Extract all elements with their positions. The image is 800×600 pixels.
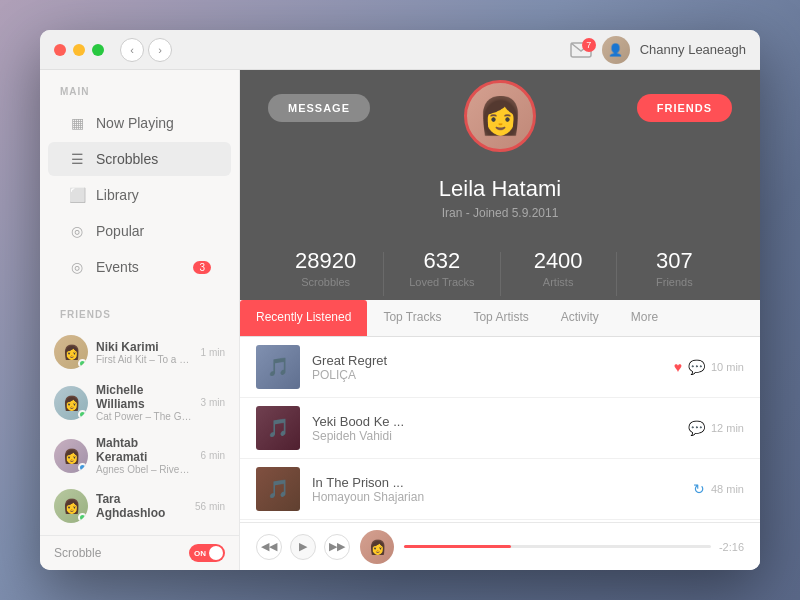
maximize-button[interactable] xyxy=(92,44,104,56)
sidebar-item-events[interactable]: ◎ Events 3 xyxy=(48,250,231,284)
back-button[interactable]: ‹ xyxy=(120,38,144,62)
friend-info: Mahtab Keramati Agnes Obel – Riverside xyxy=(96,436,193,475)
notification-badge[interactable]: 7 xyxy=(570,42,592,58)
scrobble-label: Scrobble xyxy=(54,546,101,560)
friend-time: 6 min xyxy=(201,450,225,461)
tab-top-tracks[interactable]: Top Tracks xyxy=(367,300,457,336)
track-time: 48 min xyxy=(711,483,744,495)
stat-value: 307 xyxy=(617,248,732,274)
tab-top-artists[interactable]: Top Artists xyxy=(457,300,544,336)
sidebar-item-library[interactable]: ⬜ Library xyxy=(48,178,231,212)
sidebar-item-now-playing[interactable]: ▦ Now Playing xyxy=(48,106,231,140)
track-row[interactable]: 🎵 In The Prison ... Homayoun Shajarian ↻… xyxy=(240,459,760,520)
stat-value: 2400 xyxy=(501,248,616,274)
friend-time: 3 min xyxy=(201,397,225,408)
friend-item-niki[interactable]: 👩 Niki Karimi First Aid Kit – To a Poet … xyxy=(40,328,239,376)
forward-button[interactable]: › xyxy=(148,38,172,62)
player-avatar: 👩 xyxy=(360,530,394,564)
chat-icon[interactable]: 💬 xyxy=(688,420,705,436)
track-info: Yeki Bood Ke ... Sepideh Vahidi xyxy=(312,414,676,443)
profile-name: Leila Hatami xyxy=(268,176,732,202)
status-dot xyxy=(78,463,87,472)
friend-item-tara[interactable]: 👩 Tara Aghdashloo 56 min xyxy=(40,482,239,530)
friend-item-mahtab[interactable]: 👩 Mahtab Keramati Agnes Obel – Riverside… xyxy=(40,429,239,482)
stat-friends: 307 Friends xyxy=(617,248,732,300)
stat-loved-tracks: 632 Loved Tracks xyxy=(384,248,499,300)
sidebar-item-label: Popular xyxy=(96,223,144,239)
titlebar-right: 7 👤 Channy Leaneagh xyxy=(570,36,746,64)
stat-artists: 2400 Artists xyxy=(501,248,616,300)
minimize-button[interactable] xyxy=(73,44,85,56)
profile-header: MESSAGE 👩 FRIENDS Leila Hatami Iran - Jo… xyxy=(240,70,760,300)
friends-button[interactable]: FRIENDS xyxy=(637,94,732,122)
progress-fill xyxy=(404,545,511,548)
friend-avatar-tara: 👩 xyxy=(54,489,88,523)
friend-track: Agnes Obel – Riverside xyxy=(96,464,193,475)
progress-bar[interactable] xyxy=(404,545,711,548)
player-bar: ◀◀ ▶ ▶▶ 👩 -2:16 xyxy=(240,522,760,570)
play-button[interactable]: ▶ xyxy=(290,534,316,560)
profile-top: MESSAGE 👩 FRIENDS xyxy=(268,94,732,122)
tab-activity[interactable]: Activity xyxy=(545,300,615,336)
friend-name: Michelle Williams xyxy=(96,383,193,411)
app-window: ‹ › 7 👤 Channy Leaneagh MAIN ▦ Now Playi… xyxy=(40,30,760,570)
track-actions: ♥ 💬 10 min xyxy=(674,359,744,375)
tab-more[interactable]: More xyxy=(615,300,674,336)
player-time: -2:16 xyxy=(719,541,744,553)
profile-meta: Iran - Joined 5.9.2011 xyxy=(268,206,732,220)
friends-section-label: FRIENDS xyxy=(40,293,239,328)
status-dot xyxy=(78,410,87,419)
friend-info: Tara Aghdashloo xyxy=(96,492,187,520)
status-dot xyxy=(78,359,87,368)
stat-label: Scrobbles xyxy=(268,276,383,288)
stat-value: 632 xyxy=(384,248,499,274)
events-icon: ◎ xyxy=(68,259,86,275)
prev-button[interactable]: ◀◀ xyxy=(256,534,282,560)
friend-name: Niki Karimi xyxy=(96,340,193,354)
stat-scrobbles: 28920 Scrobbles xyxy=(268,248,383,300)
friend-name: Mahtab Keramati xyxy=(96,436,193,464)
sidebar-item-popular[interactable]: ◎ Popular xyxy=(48,214,231,248)
stat-label: Loved Tracks xyxy=(384,276,499,288)
traffic-lights xyxy=(54,44,104,56)
stat-label: Friends xyxy=(617,276,732,288)
bars-icon: ▦ xyxy=(68,115,86,131)
user-name: Channy Leaneagh xyxy=(640,42,746,57)
sidebar-item-label: Scrobbles xyxy=(96,151,158,167)
track-title: Yeki Bood Ke ... xyxy=(312,414,676,429)
friend-info: Michelle Williams Cat Power – The Greate… xyxy=(96,383,193,422)
track-title: Great Regret xyxy=(312,353,662,368)
toggle-label: ON xyxy=(194,549,206,558)
track-artist: POLIÇA xyxy=(312,368,662,382)
list-icon: ☰ xyxy=(68,151,86,167)
friend-time: 1 min xyxy=(201,347,225,358)
sidebar-item-scrobbles[interactable]: ☰ Scrobbles xyxy=(48,142,231,176)
toggle-knob xyxy=(209,546,223,560)
track-row[interactable]: 🎵 Great Regret POLIÇA ♥ 💬 10 min xyxy=(240,337,760,398)
stat-value: 28920 xyxy=(268,248,383,274)
refresh-icon[interactable]: ↻ xyxy=(693,481,705,497)
profile-avatar: 👩 xyxy=(464,80,536,152)
track-thumbnail: 🎵 xyxy=(256,467,300,511)
friend-avatar-mahtab: 👩 xyxy=(54,439,88,473)
heart-icon[interactable]: ♥ xyxy=(674,359,682,375)
close-button[interactable] xyxy=(54,44,66,56)
profile-stats: 28920 Scrobbles 632 Loved Tracks 2400 Ar… xyxy=(268,236,732,300)
events-badge: 3 xyxy=(193,261,211,274)
track-title: In The Prison ... xyxy=(312,475,681,490)
message-button[interactable]: MESSAGE xyxy=(268,94,370,122)
status-dot xyxy=(78,513,87,522)
track-row[interactable]: 🎵 Yeki Bood Ke ... Sepideh Vahidi 💬 12 m… xyxy=(240,398,760,459)
scrobble-toggle[interactable]: ON xyxy=(189,544,225,562)
friend-info: Niki Karimi First Aid Kit – To a Poet xyxy=(96,340,193,365)
friend-time: 56 min xyxy=(195,501,225,512)
main-content: MESSAGE 👩 FRIENDS Leila Hatami Iran - Jo… xyxy=(240,70,760,570)
chat-icon[interactable]: 💬 xyxy=(688,359,705,375)
sidebar: MAIN ▦ Now Playing ☰ Scrobbles ⬜ Library… xyxy=(40,70,240,570)
tab-recently-listened[interactable]: Recently Listened xyxy=(240,300,367,336)
friend-item-michelle[interactable]: 👩 Michelle Williams Cat Power – The Grea… xyxy=(40,376,239,429)
track-artist: Homayoun Shajarian xyxy=(312,490,681,504)
titlebar: ‹ › 7 👤 Channy Leaneagh xyxy=(40,30,760,70)
stat-label: Artists xyxy=(501,276,616,288)
next-button[interactable]: ▶▶ xyxy=(324,534,350,560)
